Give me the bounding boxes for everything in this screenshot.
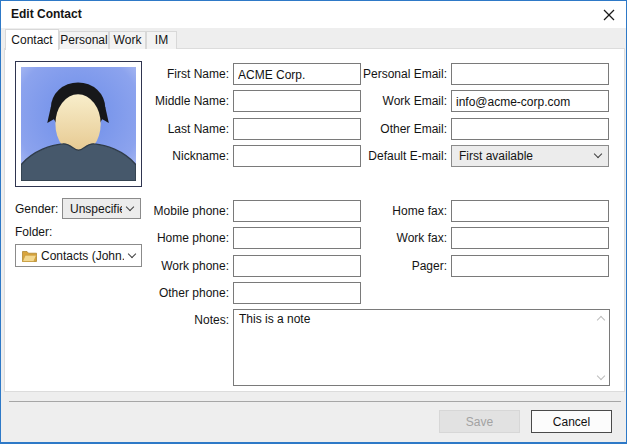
folder-label: Folder: <box>15 225 52 239</box>
home-fax-label: Home fax: <box>341 204 447 218</box>
chevron-down-icon <box>594 150 602 158</box>
home-phone-label: Home phone: <box>101 231 229 245</box>
chevron-down-icon <box>128 249 136 257</box>
work-fax-input[interactable] <box>451 227 609 249</box>
other-phone-label: Other phone: <box>101 286 229 300</box>
pager-input[interactable] <box>451 255 609 277</box>
tab-work[interactable]: Work <box>109 31 146 49</box>
work-phone-label: Work phone: <box>101 259 229 273</box>
tab-im[interactable]: IM <box>146 31 177 49</box>
close-button[interactable] <box>601 7 617 23</box>
save-button[interactable]: Save <box>439 410 520 433</box>
cancel-button[interactable]: Cancel <box>531 410 612 433</box>
notes-scrollbar-down[interactable] <box>598 373 606 381</box>
personal-email-input[interactable] <box>451 63 609 85</box>
folder-icon <box>22 250 37 262</box>
notes-label: Notes: <box>101 313 229 327</box>
nickname-label: Nickname: <box>101 149 229 163</box>
footer-separator <box>9 401 621 402</box>
first-name-label: First Name: <box>101 67 229 81</box>
notes-scrollbar-up[interactable] <box>598 313 606 321</box>
middle-name-label: Middle Name: <box>101 94 229 108</box>
default-email-dropdown-value: First available <box>459 149 590 163</box>
other-email-label: Other Email: <box>341 122 447 136</box>
notes-textarea[interactable]: This is a note <box>233 309 610 386</box>
work-email-input[interactable] <box>451 90 609 112</box>
default-email-label: Default E-mail: <box>341 149 447 163</box>
personal-email-label: Personal Email: <box>341 67 447 81</box>
dialog-footer: Save Cancel <box>1 392 626 443</box>
edit-contact-dialog: Edit Contact Contact Personal Work IM <box>0 0 627 444</box>
pager-label: Pager: <box>341 259 447 273</box>
home-fax-input[interactable] <box>451 200 609 222</box>
other-email-input[interactable] <box>451 118 609 140</box>
last-name-label: Last Name: <box>101 122 229 136</box>
mobile-phone-label: Mobile phone: <box>101 204 229 218</box>
close-icon <box>603 9 615 21</box>
tab-personal[interactable]: Personal <box>59 31 109 49</box>
default-email-dropdown[interactable]: First available <box>451 145 609 167</box>
work-fax-label: Work fax: <box>341 231 447 245</box>
window-title: Edit Contact <box>11 7 82 21</box>
chevron-down-icon <box>597 372 605 380</box>
gender-label: Gender: <box>15 202 58 216</box>
other-phone-input[interactable] <box>233 282 361 304</box>
titlebar: Edit Contact <box>1 1 626 28</box>
work-email-label: Work Email: <box>341 94 447 108</box>
tab-contact[interactable]: Contact <box>5 29 59 50</box>
